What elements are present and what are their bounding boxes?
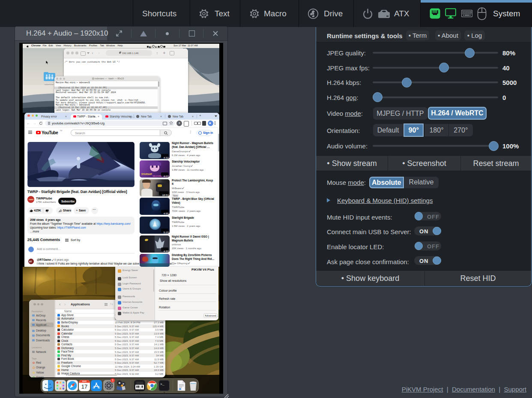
svg-text:17: 17 (81, 383, 87, 390)
svg-text:MAR: MAR (82, 380, 87, 383)
svg-text:>_: >_ (160, 382, 164, 386)
